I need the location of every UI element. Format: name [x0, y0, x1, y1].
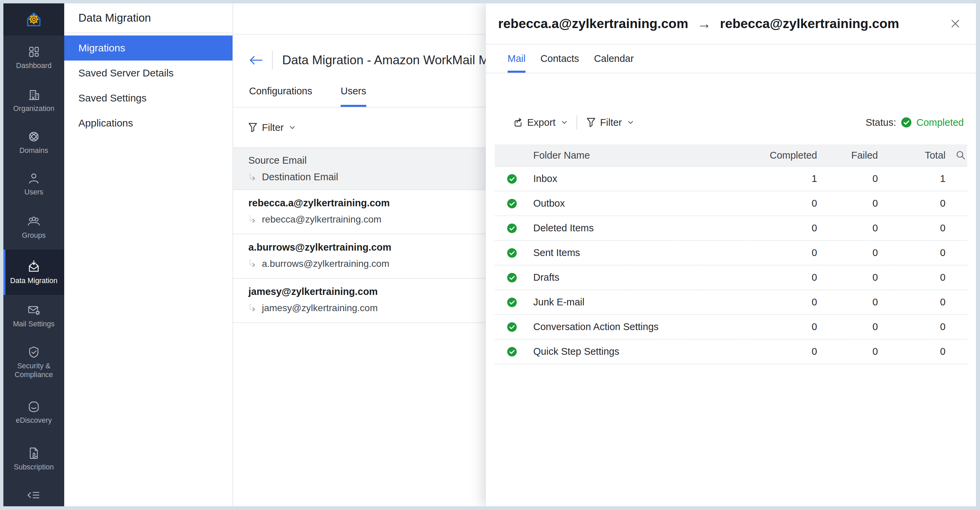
search-icon — [956, 150, 966, 160]
sidebar-item-groups[interactable]: Groups — [3, 205, 64, 250]
maps-to-arrow-icon — [248, 173, 257, 182]
chevron-down-icon — [628, 121, 633, 124]
completed-count: 0 — [756, 223, 817, 234]
sidebar-item-domains[interactable]: Domains — [3, 122, 64, 163]
folder-name: Drafts — [533, 272, 756, 283]
folder-table-header: Folder Name Completed Failed Total — [495, 144, 967, 167]
sidebar-item-organization[interactable]: Organization — [3, 80, 64, 122]
export-button[interactable]: Export — [512, 117, 567, 128]
folder-name: Conversation Action Settings — [533, 321, 756, 332]
ediscovery-icon — [27, 400, 40, 413]
total-count: 0 — [878, 321, 945, 332]
screen-frame: Dashboard Organization Domains — [0, 0, 980, 510]
sidebar-item-label: Data Migration — [10, 276, 57, 285]
chevron-down-icon — [562, 121, 567, 124]
app-logo[interactable] — [3, 3, 64, 35]
failed-count: 0 — [817, 296, 878, 308]
panel-tab-calendar[interactable]: Calendar — [594, 45, 634, 73]
panel-tab-contacts[interactable]: Contacts — [540, 45, 579, 73]
completed-count: 0 — [756, 247, 817, 258]
sidebar-item-label: eDiscovery — [16, 416, 52, 425]
sidebar-item-subscription[interactable]: Subscription — [3, 437, 64, 481]
total-count: 0 — [878, 346, 945, 357]
tab-users[interactable]: Users — [340, 75, 366, 107]
panel-tabs: Mail Contacts Calendar — [486, 45, 976, 73]
sidebar-item-label: Organization — [13, 104, 54, 113]
subnav-item-migrations[interactable]: Migrations — [64, 35, 232, 61]
completed-count: 1 — [756, 173, 817, 184]
total-count: 1 — [878, 173, 945, 184]
sidebar-item-ediscovery[interactable]: eDiscovery — [3, 387, 64, 437]
sidebar-item-label: Groups — [22, 231, 46, 240]
filter-funnel-icon — [587, 118, 595, 127]
maps-to-arrow-icon — [248, 215, 257, 224]
tab-configurations[interactable]: Configurations — [249, 75, 312, 107]
folder-completed-icon — [507, 297, 517, 308]
panel-destination-email: rebecca@zylkertraining.com — [720, 16, 899, 31]
panel-filter-button[interactable]: Filter — [587, 117, 633, 128]
folder-row[interactable]: Deleted Items 0 0 0 — [495, 216, 967, 241]
folder-row[interactable]: Inbox 1 0 1 — [495, 167, 967, 191]
folder-completed-icon — [507, 273, 517, 283]
destination-email: jamesy@zylkertraining.com — [262, 303, 378, 314]
destination-email: a.burrows@zylkertraining.com — [262, 258, 389, 269]
total-count: 0 — [878, 247, 945, 258]
folder-name: Inbox — [533, 173, 756, 184]
folder-row[interactable]: Outbox 0 0 0 — [495, 191, 967, 216]
folder-row[interactable]: Junk E-mail 0 0 0 — [495, 290, 967, 315]
search-folders-button[interactable] — [945, 150, 966, 160]
sidebar-item-label: Mail Settings — [13, 320, 54, 328]
sidebar-item-security-compliance[interactable]: Security & Compliance — [3, 337, 64, 387]
sidebar-item-label: Users — [24, 188, 43, 196]
total-count: 0 — [878, 272, 945, 283]
total-count: 0 — [878, 296, 945, 308]
back-arrow-icon — [248, 55, 263, 65]
sidebar-item-label: Security & Compliance — [8, 362, 59, 379]
panel-title: rebecca.a@zylkertraining.com → rebecca@z… — [498, 16, 899, 32]
close-panel-button[interactable] — [950, 18, 961, 29]
folder-stats-table: Folder Name Completed Failed Total Inbox… — [495, 144, 967, 364]
folder-row[interactable]: Conversation Action Settings 0 0 0 — [495, 315, 967, 339]
folder-row[interactable]: Quick Step Settings 0 0 0 — [495, 339, 967, 364]
folder-completed-icon — [507, 223, 517, 233]
subnav-item-saved-settings[interactable]: Saved Settings — [64, 86, 232, 111]
users-filter-button[interactable]: Filter — [248, 122, 295, 133]
panel-toolbar: Export Filter Status: — [486, 112, 976, 132]
column-failed: Failed — [817, 150, 878, 161]
completed-count: 0 — [756, 296, 817, 308]
export-icon — [512, 117, 522, 128]
destination-email-column-header: Destination Email — [262, 172, 338, 183]
column-total: Total — [878, 150, 945, 161]
sidebar-collapse-button[interactable] — [3, 489, 64, 501]
column-folder-name: Folder Name — [533, 150, 756, 161]
subnav-item-applications[interactable]: Applications — [64, 111, 232, 135]
subnav-title: Data Migration — [64, 3, 232, 33]
folder-completed-icon — [507, 199, 517, 209]
folder-row[interactable]: Drafts 0 0 0 — [495, 266, 967, 290]
sidebar-item-label: Domains — [20, 146, 48, 155]
admin-console: Dashboard Organization Domains — [3, 3, 976, 506]
chevron-down-icon — [290, 126, 295, 129]
sidebar-item-data-migration[interactable]: Data Migration — [3, 250, 64, 295]
folder-row[interactable]: Sent Items 0 0 0 — [495, 241, 967, 266]
sidebar-item-mail-settings[interactable]: Mail Settings — [3, 295, 64, 337]
column-completed: Completed — [756, 150, 817, 161]
failed-count: 0 — [817, 198, 878, 209]
subnav-item-saved-server-details[interactable]: Saved Server Details — [64, 61, 232, 86]
collapse-menu-icon — [26, 489, 41, 501]
status-value: Completed — [916, 117, 964, 128]
folder-name: Outbox — [533, 198, 756, 209]
failed-count: 0 — [817, 346, 878, 357]
folder-name: Junk E-mail — [533, 296, 756, 308]
sidebar-item-users[interactable]: Users — [3, 163, 64, 205]
title-divider — [272, 51, 273, 70]
folder-name: Sent Items — [533, 247, 756, 258]
status-label: Status: — [865, 117, 896, 128]
arrow-right-icon: → — [697, 16, 711, 32]
failed-count: 0 — [817, 247, 878, 258]
close-icon — [950, 18, 961, 29]
back-button[interactable] — [248, 55, 263, 65]
panel-tab-mail[interactable]: Mail — [508, 45, 525, 73]
filter-label: Filter — [262, 122, 283, 133]
sidebar-item-dashboard[interactable]: Dashboard — [3, 35, 64, 80]
